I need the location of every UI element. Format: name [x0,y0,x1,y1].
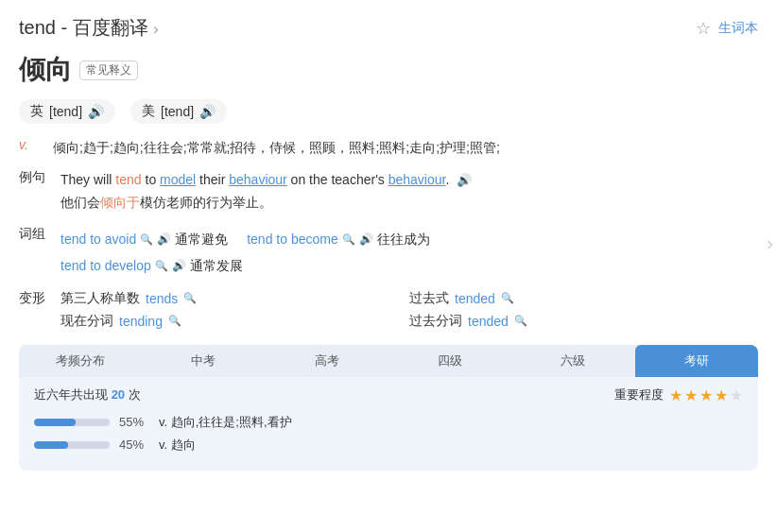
phrase-meaning-1: 往往成为 [377,226,430,252]
header-arrow: › [153,21,158,37]
phrase-link-2[interactable]: tend to develop [60,252,151,279]
ex-cn-highlight: 倾向于 [100,195,140,210]
pron-us-text: [tend] [161,104,194,119]
freq-tab-0[interactable]: 考频分布 [19,345,142,377]
example-en: They will tend to model their behaviour … [60,169,472,192]
speaker-en-icon[interactable]: 🔊 [88,104,104,119]
ex-they-will: They will [60,172,115,187]
freq-tab-3[interactable]: 四级 [388,345,511,377]
morphology-row: 变形 第三人称单数 tends🔍 过去式 tended🔍 现在分词 tendin… [19,290,758,330]
freq-count-text: 近六年共出现 20 次 [34,386,141,403]
example-cn: 他们会倾向于模仿老师的行为举止。 [60,192,472,215]
vocab-button[interactable]: 生词本 [718,20,758,37]
star-3: ★ [699,386,713,404]
ex-on: on the teacher's [287,172,388,187]
page-title: tend - 百度翻译 › [19,15,159,41]
morph-type-0: 第三人称单数 [60,290,140,307]
morph-type-3: 过去分词 [409,313,462,330]
star-2: ★ [684,386,698,404]
morph-type-2: 现在分词 [60,313,113,330]
phrases-label: 词组 [19,226,45,243]
morph-search-1[interactable]: 🔍 [501,292,514,304]
frequency-tabs: 考频分布 中考 高考 四级 六级 考研 [19,345,758,377]
ex-their: their [196,172,229,187]
definition-row: v. 倾向;趋于;趋向;往往会;常常就;招待，侍候，照顾，照料;照料;走向;护理… [19,137,758,158]
ex-behaviour2: behaviour [388,172,446,187]
morph-type-1: 过去式 [409,290,449,307]
ex-to: to [142,172,160,187]
bar-desc-0: v. 趋向,往往是;照料,看护 [159,414,292,431]
page-header: tend - 百度翻译 › ☆ 生词本 [19,15,758,41]
morph-item-0: 第三人称单数 tends🔍 [60,290,409,307]
bar-track-1 [34,441,110,449]
speaker-example-icon[interactable]: 🔊 [457,173,472,187]
example-label: 例句 [19,169,45,186]
ex-cn-rest: 模仿老师的行为举止。 [140,195,272,210]
morph-value-2[interactable]: tending [119,314,163,329]
right-arrow-icon[interactable]: › [767,232,773,253]
frequency-summary: 近六年共出现 20 次 重要程度 ★ ★ ★ ★ ★ [34,386,743,404]
phrase-speaker-0[interactable]: 🔊 [157,228,171,250]
phrase-link-1[interactable]: tend to become [247,226,338,252]
pron-us-label: 美 [142,103,155,120]
bar-pct-0: 55% [119,415,149,429]
morph-search-2[interactable]: 🔍 [168,315,181,327]
pos-label: v. [19,137,38,152]
ex-period: . [445,172,449,187]
star-icon[interactable]: ☆ [696,18,711,39]
morph-item-1: 过去式 tended🔍 [409,290,758,307]
phrases-row: 词组 tend to avoid🔍 🔊 通常避免 tend to become🔍… [19,226,758,279]
bar-pct-1: 45% [119,438,149,452]
pron-en-label: 英 [30,103,43,120]
bar-track-0 [34,419,110,426]
freq-tab-5[interactable]: 考研 [635,345,758,377]
pron-en-text: [tend] [49,104,82,119]
morphology-label: 变形 [19,290,45,307]
morph-item-2: 现在分词 tending🔍 [60,313,409,330]
morphology-content: 第三人称单数 tends🔍 过去式 tended🔍 现在分词 tending🔍 … [60,290,758,330]
phrase-search-icon-2[interactable]: 🔍 [155,255,168,276]
header-actions: ☆ 生词本 [696,18,758,39]
bar-fill-1 [34,441,68,449]
title-text: tend - 百度翻译 [19,17,148,38]
phrase-speaker-2[interactable]: 🔊 [172,254,186,277]
freq-count-num: 20 [112,387,125,402]
importance-stars: ★ ★ ★ ★ ★ [669,386,743,404]
bar-fill-0 [34,419,76,426]
star-4: ★ [715,386,728,404]
phrases-content: tend to avoid🔍 🔊 通常避免 tend to become🔍 🔊 … [60,226,758,279]
ex-cn-prefix: 他们会 [60,195,100,210]
freq-tab-4[interactable]: 六级 [511,345,634,377]
freq-prefix: 近六年共出现 [34,387,108,402]
morph-search-0[interactable]: 🔍 [183,292,197,304]
phrases-line2: tend to develop🔍 🔊 通常发展 [60,252,758,279]
phrase-search-icon-1[interactable]: 🔍 [342,229,355,249]
morph-value-0[interactable]: tends [146,291,178,306]
word-main: 倾向 [19,52,72,88]
definition-text: 倾向;趋于;趋向;往往会;常常就;招待，侍候，照顾，照料;照料;走向;护理;照管… [53,137,500,158]
speaker-us-icon[interactable]: 🔊 [199,104,216,119]
ex-model: model [160,172,196,187]
phrase-search-icon-0[interactable]: 🔍 [140,229,153,249]
phrase-item-2: tend to develop🔍 🔊 通常发展 [60,252,243,279]
morph-value-3[interactable]: tended [468,314,509,329]
morph-search-3[interactable]: 🔍 [514,315,527,327]
pronunciations-row: 英 [tend] 🔊 美 [tend] 🔊 [19,99,758,124]
freq-tab-2[interactable]: 高考 [266,345,388,377]
morph-value-1[interactable]: tended [455,291,495,306]
phrase-speaker-1[interactable]: 🔊 [359,228,373,250]
bar-desc-1: v. 趋向 [159,437,196,454]
pronunciation-us: 美 [tend] 🔊 [130,99,227,124]
phrase-item-1: tend to become🔍 🔊 往往成为 [247,226,430,252]
phrase-meaning-0: 通常避免 [175,226,228,252]
importance-label: 重要程度 [614,386,664,403]
ex-tend: tend [115,172,141,187]
bar-row-0: 55% v. 趋向,往往是;照料,看护 [34,414,743,431]
example-content: They will tend to model their behaviour … [60,169,472,215]
frequency-body: 近六年共出现 20 次 重要程度 ★ ★ ★ ★ ★ [19,377,758,471]
freq-tab-1[interactable]: 中考 [142,345,265,377]
phrases-line1: tend to avoid🔍 🔊 通常避免 tend to become🔍 🔊 … [60,226,758,252]
phrase-meaning-2: 通常发展 [190,252,243,279]
phrase-link-0[interactable]: tend to avoid [60,226,136,252]
star-5: ★ [730,386,743,404]
